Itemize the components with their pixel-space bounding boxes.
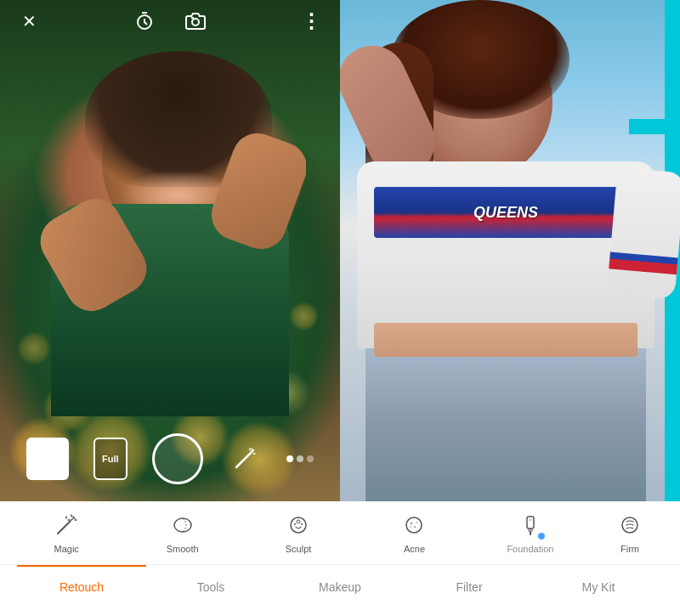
bottom-panel: Magic Smooth — [0, 501, 680, 616]
magic-icon — [53, 511, 80, 539]
tab-retouch[interactable]: Retouch — [17, 565, 146, 608]
toolbar-center-icons — [129, 6, 211, 37]
bottom-controls: Full — [0, 416, 340, 501]
svg-point-20 — [294, 523, 296, 525]
svg-point-21 — [301, 523, 303, 525]
sweater-logo: QUEENS — [374, 187, 638, 238]
svg-line-11 — [58, 522, 70, 534]
camera-flip-button[interactable] — [180, 6, 211, 37]
tool-sculpt[interactable]: Sculpt — [241, 505, 356, 561]
more-options-button[interactable]: ⋮ — [296, 6, 326, 37]
svg-line-2 — [236, 454, 250, 467]
top-toolbar: ✕ — [0, 0, 340, 42]
firm-icon — [616, 511, 643, 539]
right-jeans — [366, 348, 646, 501]
timer-icon-button[interactable] — [129, 6, 160, 37]
firm-label: Firm — [620, 544, 639, 554]
smooth-label: Smooth — [167, 544, 199, 554]
right-belly — [374, 323, 638, 357]
right-figure-container: QUEENS — [340, 0, 680, 501]
magic-wand-button[interactable] — [228, 442, 262, 476]
sculpt-label: Sculpt — [286, 544, 312, 554]
tool-acne[interactable]: Acne — [356, 505, 472, 561]
svg-point-1 — [192, 19, 199, 25]
svg-point-19 — [297, 520, 300, 523]
svg-point-23 — [411, 523, 413, 525]
acne-label: Acne — [404, 544, 425, 554]
svg-point-22 — [406, 517, 422, 533]
svg-line-6 — [252, 449, 253, 450]
app-container: ✕ — [0, 0, 680, 616]
foundation-active-dot — [537, 532, 546, 540]
svg-rect-27 — [527, 517, 534, 528]
svg-point-8 — [286, 455, 293, 462]
full-view-button[interactable]: Full — [94, 438, 128, 480]
full-label: Full — [94, 438, 128, 480]
smooth-icon — [169, 511, 196, 539]
svg-point-24 — [416, 522, 417, 523]
tool-foundation[interactable]: Foundation — [473, 505, 588, 561]
tab-mykit[interactable]: My Kit — [534, 565, 663, 608]
sculpt-icon — [285, 511, 312, 539]
tab-filter[interactable]: Filter — [405, 565, 534, 608]
left-person — [34, 51, 306, 416]
left-image-panel: ✕ — [0, 0, 340, 501]
svg-point-26 — [410, 526, 411, 528]
dots-button[interactable] — [286, 450, 314, 467]
tool-magic[interactable]: Magic — [8, 505, 124, 561]
svg-point-7 — [251, 451, 252, 453]
image-area: ✕ — [0, 0, 680, 501]
close-button[interactable]: ✕ — [14, 6, 44, 37]
tabs-row: Retouch Tools Makeup Filter My Kit — [0, 565, 680, 608]
thumbnail-button[interactable] — [26, 438, 69, 480]
circle-button[interactable] — [152, 433, 203, 484]
tool-smooth[interactable]: Smooth — [124, 505, 240, 561]
tab-makeup[interactable]: Makeup — [275, 565, 405, 608]
white-square-preview — [26, 438, 69, 480]
tool-firm[interactable]: Firm — [588, 505, 672, 561]
acne-icon — [400, 511, 428, 539]
svg-rect-30 — [529, 519, 532, 521]
foundation-icon — [517, 511, 544, 539]
svg-point-31 — [622, 517, 638, 533]
svg-point-25 — [414, 526, 416, 528]
foundation-label: Foundation — [507, 544, 553, 554]
svg-point-9 — [297, 455, 303, 462]
right-image-panel: QUEENS — [340, 0, 680, 501]
circle-control — [152, 433, 203, 484]
svg-point-10 — [307, 455, 314, 462]
right-arm-right — [607, 167, 680, 300]
magic-label: Magic — [54, 544, 79, 554]
tab-tools[interactable]: Tools — [146, 565, 275, 608]
tools-row: Magic Smooth — [0, 501, 680, 565]
